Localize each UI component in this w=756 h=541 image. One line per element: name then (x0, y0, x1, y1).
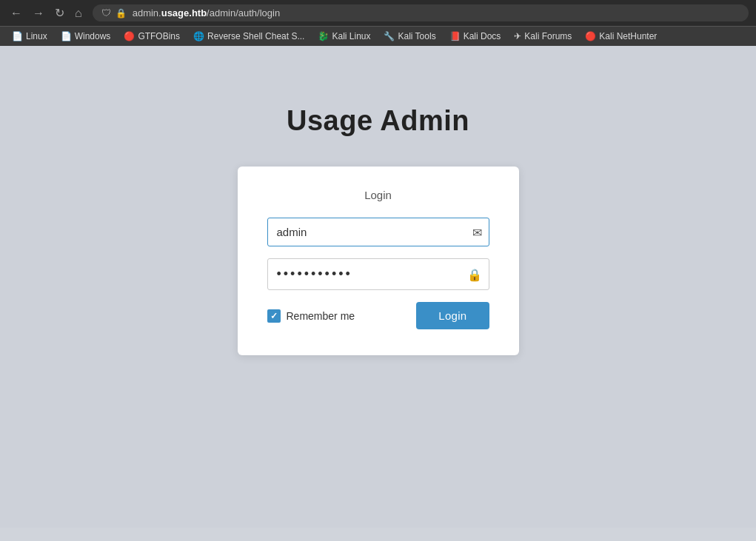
shield-icon: 🛡 (101, 7, 111, 19)
password-group: 🔒 (267, 258, 489, 290)
address-bar[interactable]: 🛡 🔒 admin.usage.htb/admin/auth/login (93, 4, 749, 21)
home-button[interactable]: ⌂ (72, 5, 85, 21)
page-content: Usage Admin Login ✉ 🔒 ✓ Remember me Logi… (0, 46, 756, 528)
bookmark-linux[interactable]: 📄 Linux (6, 30, 53, 43)
bookmark-kali-forums-label: Kali Forums (524, 31, 572, 41)
bookmark-kali-forums[interactable]: ✈ Kali Forums (508, 30, 578, 43)
refresh-button[interactable]: ↻ (52, 4, 67, 21)
page-title: Usage Admin (287, 105, 469, 137)
bookmark-kali-nethunter-label: Kali NetHunter (599, 31, 657, 41)
bookmark-gtfobins[interactable]: 🔴 GTFOBins (118, 30, 186, 43)
nav-buttons: ← → ↻ ⌂ (7, 4, 85, 21)
form-footer: ✓ Remember me Login (267, 302, 489, 329)
bookmarks-bar: 📄 Linux 📄 Windows 🔴 GTFOBins 🌐 Reverse S… (0, 26, 756, 46)
checkmark-icon: ✓ (270, 312, 278, 320)
bookmark-gtfobins-label: GTFOBins (138, 31, 180, 41)
bookmark-kali-nethunter[interactable]: 🔴 Kali NetHunter (579, 30, 663, 43)
bookmark-kali-docs[interactable]: 📕 Kali Docs (444, 30, 507, 43)
bookmark-kali-tools-label: Kali Tools (398, 31, 435, 41)
bookmark-linux-label: Linux (26, 31, 47, 41)
bookmark-kali-linux[interactable]: 🐉 Kali Linux (312, 30, 376, 43)
lock-password-icon: 🔒 (467, 267, 482, 281)
kali-linux-icon: 🐉 (318, 31, 329, 41)
windows-icon: 📄 (61, 31, 72, 41)
kali-tools-icon: 🔧 (384, 31, 395, 41)
address-bar-text: admin.usage.htb/admin/auth/login (133, 7, 740, 19)
kali-forums-icon: ✈ (514, 31, 521, 41)
lock-icon: 🔒 (116, 8, 127, 19)
username-group: ✉ (267, 218, 489, 246)
bookmark-windows[interactable]: 📄 Windows (55, 30, 117, 43)
bookmark-kali-tools[interactable]: 🔧 Kali Tools (378, 30, 441, 43)
bookmark-reverse-shell[interactable]: 🌐 Reverse Shell Cheat S... (187, 30, 310, 43)
reverse-shell-icon: 🌐 (193, 31, 204, 41)
password-input[interactable] (267, 258, 489, 290)
login-card: Login ✉ 🔒 ✓ Remember me Login (238, 167, 519, 355)
bookmark-windows-label: Windows (75, 31, 111, 41)
username-input[interactable] (267, 218, 489, 246)
bookmark-kali-docs-label: Kali Docs (464, 31, 501, 41)
url-prefix: admin. (133, 7, 161, 19)
url-domain: usage.htb (161, 7, 207, 19)
bookmark-reverse-shell-label: Reverse Shell Cheat S... (207, 31, 304, 41)
login-card-title: Login (267, 189, 489, 201)
kali-nethunter-icon: 🔴 (585, 31, 596, 41)
browser-chrome: ← → ↻ ⌂ 🛡 🔒 admin.usage.htb/admin/auth/l… (0, 0, 756, 46)
back-button[interactable]: ← (7, 5, 25, 21)
remember-me-label[interactable]: ✓ Remember me (267, 309, 355, 323)
login-button[interactable]: Login (416, 302, 489, 329)
email-icon: ✉ (472, 225, 482, 239)
gtfobins-icon: 🔴 (124, 31, 135, 41)
browser-toolbar: ← → ↻ ⌂ 🛡 🔒 admin.usage.htb/admin/auth/l… (0, 0, 756, 26)
kali-docs-icon: 📕 (449, 31, 461, 41)
url-path: /admin/auth/login (207, 7, 280, 19)
remember-me-checkbox-container[interactable]: ✓ (267, 309, 281, 323)
forward-button[interactable]: → (30, 5, 47, 21)
remember-me-checkbox[interactable]: ✓ (267, 309, 281, 323)
linux-icon: 📄 (12, 31, 23, 41)
remember-me-text: Remember me (287, 310, 355, 322)
bookmark-kali-linux-label: Kali Linux (332, 31, 370, 41)
